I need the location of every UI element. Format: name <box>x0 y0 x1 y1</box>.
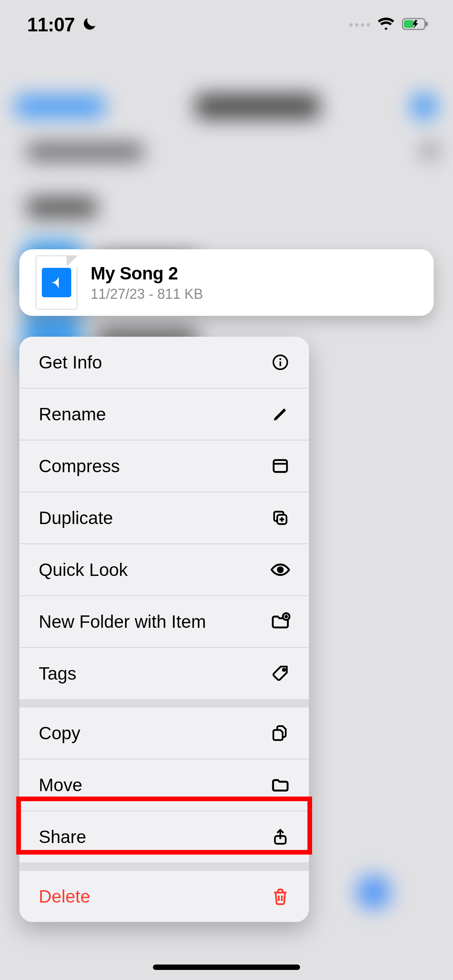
tag-icon <box>269 663 291 684</box>
do-not-disturb-moon-icon <box>81 15 98 34</box>
archivebox-icon <box>269 455 291 477</box>
menu-item-label: Tags <box>39 663 76 684</box>
svg-rect-2 <box>404 20 414 28</box>
duplicate-icon <box>269 507 291 529</box>
trash-icon <box>269 886 291 907</box>
menu-item-get-info[interactable]: Get Info <box>19 337 309 388</box>
cellular-dots-icon <box>349 23 370 27</box>
menu-item-compress[interactable]: Compress <box>19 440 309 492</box>
svg-point-7 <box>278 567 283 572</box>
menu-item-share[interactable]: Share <box>19 811 309 862</box>
eye-icon <box>269 559 291 581</box>
menu-item-label: Quick Look <box>39 559 128 580</box>
svg-point-9 <box>283 669 285 671</box>
menu-item-label: Get Info <box>39 352 102 373</box>
menu-item-label: Delete <box>39 886 90 907</box>
status-time: 11:07 <box>27 14 75 36</box>
menu-item-move[interactable]: Move <box>19 759 309 810</box>
pencil-icon <box>269 403 291 425</box>
menu-item-label: Share <box>39 826 86 847</box>
menu-item-copy[interactable]: Copy <box>19 708 309 759</box>
file-thumbnail <box>36 255 77 310</box>
menu-item-label: Rename <box>39 404 106 425</box>
file-preview-card[interactable]: My Song 2 11/27/23 - 811 KB <box>19 249 434 316</box>
info-icon <box>269 351 291 373</box>
menu-item-duplicate[interactable]: Duplicate <box>19 492 309 543</box>
menu-item-tags[interactable]: Tags <box>19 648 309 699</box>
menu-item-label: Move <box>39 774 82 795</box>
svg-point-4 <box>280 358 281 360</box>
folder-icon <box>269 774 291 796</box>
wifi-icon <box>377 15 395 34</box>
menu-item-quick-look[interactable]: Quick Look <box>19 544 309 595</box>
doc-on-doc-icon <box>269 722 291 744</box>
menu-item-rename[interactable]: Rename <box>19 389 309 440</box>
folder-plus-icon <box>269 611 291 632</box>
menu-item-delete[interactable]: Delete <box>19 871 309 922</box>
menu-item-label: Duplicate <box>39 507 113 528</box>
context-menu: Get Info Rename Compress Duplicate Quick… <box>19 337 309 922</box>
menu-item-new-folder-with-item[interactable]: New Folder with Item <box>19 596 309 647</box>
menu-item-label: Compress <box>39 456 120 476</box>
battery-charging-icon <box>402 17 430 33</box>
file-title: My Song 2 <box>91 263 203 284</box>
svg-rect-1 <box>426 22 428 26</box>
home-indicator <box>153 965 300 970</box>
menu-item-label: Copy <box>39 723 80 744</box>
share-icon <box>269 826 291 848</box>
svg-rect-5 <box>274 460 287 472</box>
menu-item-label: New Folder with Item <box>39 611 206 632</box>
status-bar: 11:07 <box>0 0 453 43</box>
file-subtitle: 11/27/23 - 811 KB <box>91 286 203 302</box>
